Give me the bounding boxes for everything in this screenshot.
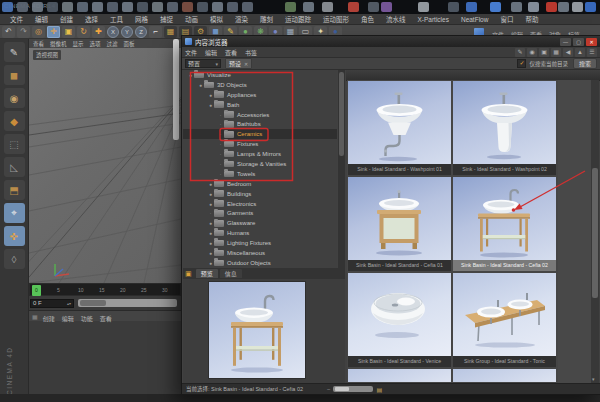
taskbar-icon[interactable] — [558, 2, 569, 12]
grid-scrollbar-handle[interactable] — [592, 168, 598, 298]
bookmark-icon[interactable]: ▣ — [185, 270, 192, 278]
timeline[interactable]: 051015202530 0 — [29, 283, 181, 296]
taskbar-icon[interactable] — [167, 2, 178, 12]
taskbar-icon[interactable] — [152, 2, 163, 12]
taskbar-icon[interactable] — [107, 2, 118, 12]
menu-item-[interactable]: 角色 — [355, 14, 380, 24]
tree-item-accessories[interactable]: ·Accessories — [183, 110, 337, 120]
expander-dot[interactable]: ● — [207, 240, 214, 246]
asset-thumbnail-tonic[interactable]: Sink Group - Ideal Standard - Tonic — [453, 273, 556, 367]
frame-stepper-icon[interactable]: ▴▾ — [67, 301, 71, 306]
material-menu-[interactable]: 功能 — [81, 316, 93, 322]
close-button[interactable]: ✕ — [586, 38, 597, 46]
menu-item-[interactable]: 网格 — [129, 14, 154, 24]
menu-item-x-particles[interactable]: X-Particles — [412, 16, 455, 23]
thumbnail-size-slider[interactable] — [333, 386, 373, 392]
x-axis-lock-icon[interactable]: X — [107, 26, 119, 38]
menu-item-[interactable]: 流水线 — [380, 14, 412, 24]
material-menu-[interactable]: 查看 — [100, 316, 112, 322]
tree-item-appliances[interactable]: ●Appliances — [183, 90, 337, 100]
taskbar-icon[interactable] — [137, 2, 148, 12]
edit-icon[interactable]: ✎ — [515, 48, 525, 57]
expander-dot[interactable]: ● — [197, 82, 204, 88]
viewport-menu-[interactable]: 面板 — [124, 40, 135, 48]
tree-item-buildings[interactable]: ●Buildings — [183, 189, 337, 199]
hidden-panel-scrollbar[interactable] — [173, 39, 179, 140]
tree-item-glassware[interactable]: ●Glassware — [183, 218, 337, 228]
viewport-menu-[interactable]: 摄像机 — [50, 40, 67, 48]
taskbar-icon[interactable] — [212, 2, 223, 12]
taskbar-icon[interactable] — [242, 2, 253, 12]
edges-mode-icon[interactable]: ◺ — [4, 157, 25, 177]
expander-dot[interactable]: ● — [207, 102, 214, 108]
grid-scrollbar[interactable]: ▾ — [591, 80, 599, 383]
taskbar-icon[interactable] — [348, 2, 359, 12]
expander-dot[interactable]: ● — [207, 191, 214, 197]
tree-item-garments[interactable]: ·Garments — [183, 208, 337, 218]
tree-item-lighting-fixtures[interactable]: ●Lighting Fixtures — [183, 238, 337, 248]
z-axis-lock-icon[interactable]: Z — [135, 26, 147, 38]
tree-scrollbar[interactable] — [338, 70, 345, 268]
list-view-icon[interactable]: ☰ — [587, 48, 597, 57]
coord-system-icon[interactable]: ⌐ — [149, 26, 162, 38]
content-browser-titlebar[interactable]: 内容浏览器 — ▢ ✕ — [182, 36, 600, 47]
taskbar-icon[interactable] — [47, 2, 58, 12]
tab-preview[interactable]: 预览 — [196, 269, 218, 278]
tree-item-electronics[interactable]: ●Electronics — [183, 199, 337, 209]
taskbar-icon[interactable] — [2, 2, 13, 12]
tree-item-3d-objects[interactable]: ●3D Objects — [183, 80, 337, 90]
polygons-mode-icon[interactable]: ⬒ — [4, 180, 25, 200]
pencil-tool-icon[interactable]: ✎ — [4, 42, 25, 62]
axis-mode-icon[interactable]: ⌖ — [4, 203, 25, 223]
tree-scrollbar-handle[interactable] — [339, 72, 344, 156]
menu-item-[interactable]: 运动图形 — [317, 14, 355, 24]
asset-thumbnail-cefia01[interactable]: Sink Basin - Ideal Standard - Cefia 01 — [348, 177, 451, 271]
rotate-tool-icon[interactable]: ↻ — [77, 26, 90, 38]
redo-icon[interactable]: ↷ — [17, 26, 30, 38]
viewport[interactable]: 查看摄像机显示选项过滤面板 透视视图 — [29, 39, 181, 283]
menu-item-[interactable]: 渲染 — [229, 14, 254, 24]
workplane-mode-icon[interactable]: ◆ — [4, 111, 25, 131]
taskbar-icon[interactable] — [368, 2, 379, 12]
render-view-icon[interactable]: ▦ — [164, 26, 177, 38]
up-icon[interactable]: ▲ — [575, 48, 585, 57]
menu-item-[interactable]: 工具 — [104, 14, 129, 24]
y-axis-lock-icon[interactable]: Y — [121, 26, 133, 38]
timeline-range-handle[interactable] — [80, 300, 106, 306]
expander-dot[interactable]: ● — [187, 72, 194, 78]
lock-icon[interactable]: ◊ — [4, 249, 25, 269]
viewport-menu-[interactable]: 显示 — [73, 40, 84, 48]
browser-menu-[interactable]: 书签 — [245, 48, 257, 57]
taskbar-icon[interactable] — [511, 2, 522, 12]
tree-item-bath[interactable]: ●Bath — [183, 100, 337, 110]
taskbar-icon[interactable] — [303, 2, 314, 12]
taskbar-icon[interactable] — [62, 2, 73, 12]
tree-item-outdoor-objects[interactable]: ●Outdoor Objects — [183, 258, 337, 268]
browser-menu-[interactable]: 文件 — [185, 48, 197, 57]
expander-dot[interactable]: ● — [207, 230, 214, 236]
taskbar-icon[interactable] — [77, 2, 88, 12]
expander-dot[interactable]: ● — [207, 92, 214, 98]
taskbar-icon[interactable] — [572, 2, 583, 12]
material-menu-[interactable]: 编辑 — [62, 316, 74, 322]
taskbar-icon[interactable] — [122, 2, 133, 12]
viewport-menu-[interactable]: 查看 — [33, 40, 44, 48]
close-tab-icon[interactable]: ✕ — [244, 61, 248, 67]
menu-item-[interactable]: 选择 — [79, 14, 104, 24]
taskbar-icon[interactable] — [585, 2, 596, 12]
taskbar-icon[interactable] — [418, 2, 429, 12]
size-minus-icon[interactable]: − — [327, 386, 331, 392]
taskbar-icon[interactable] — [92, 2, 103, 12]
viewport-menu-[interactable]: 选项 — [90, 40, 101, 48]
taskbar-icon[interactable] — [227, 2, 238, 12]
browser-menu-[interactable]: 编辑 — [205, 48, 217, 57]
taskbar-icon[interactable] — [17, 2, 28, 12]
tab-info[interactable]: 信息 — [220, 269, 242, 278]
expander-dot[interactable]: ● — [207, 181, 214, 187]
tree-item-fixtures[interactable]: ·Fixtures — [183, 139, 337, 149]
scroll-down-icon[interactable]: ▾ — [592, 376, 595, 382]
partial-thumbnail[interactable] — [348, 369, 451, 382]
timeline-ruler[interactable]: 051015202530 0 — [30, 284, 180, 295]
menu-item-[interactable]: 运动跟踪 — [279, 14, 317, 24]
material-checkbox-icon[interactable]: ▦ — [32, 313, 38, 320]
